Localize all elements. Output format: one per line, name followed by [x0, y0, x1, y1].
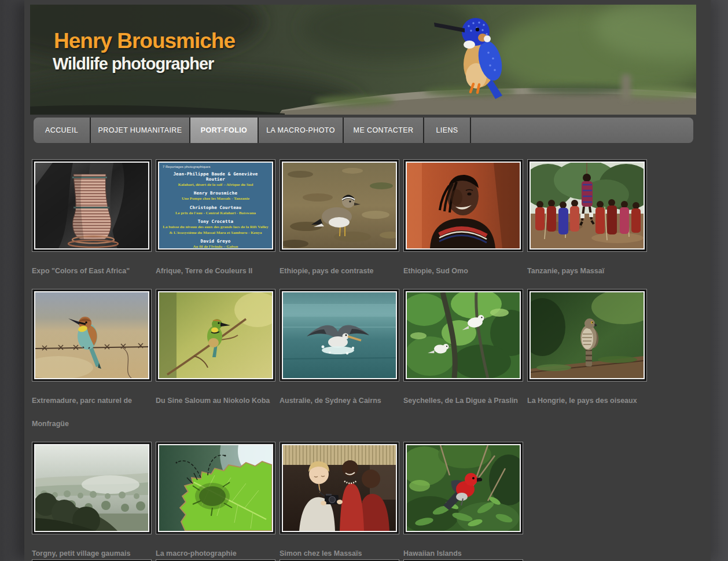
photo-omo-portrait: [407, 163, 520, 248]
expo-poster: 7 Reportages photographiques Jean-Philip…: [159, 163, 272, 248]
photo-white-doves: [407, 292, 520, 378]
thumbnail-sud-omo[interactable]: [403, 159, 523, 252]
poster-note: 7 Reportages photographiques: [163, 165, 269, 168]
poster-name: Jean-Philippe Baude & Geneviève Routier: [163, 171, 269, 182]
nav-item-macro-photo[interactable]: LA MACRO-PHOTO: [259, 118, 344, 143]
thumbnail-caption[interactable]: Tanzanie, pays Massaï: [527, 259, 657, 283]
thumbnail-seychelles[interactable]: [403, 289, 523, 382]
thumbnail-frame: [158, 291, 273, 379]
photo-hawk: [531, 292, 644, 378]
thumbnail-caption[interactable]: Torgny, petit village gaumais: [32, 542, 161, 561]
nav-item-accueil[interactable]: ACCUEIL: [34, 118, 91, 143]
thumbnail-frame: [34, 162, 149, 250]
thumbnail-caption[interactable]: Ethiopie, Sud Omo: [403, 259, 533, 283]
thumbnail-caption[interactable]: Ethiopie, pays de contraste: [280, 259, 409, 283]
portfolio-item-simon: Simon chez les Massaïs: [280, 442, 399, 561]
thumbnail-caption[interactable]: La Hongrie, le pays des oiseaux: [527, 389, 657, 412]
portfolio-item-torgny: Torgny, petit village gaumais: [32, 442, 152, 561]
thumbnail-afrique-couleurs[interactable]: 7 Reportages photographiques Jean-Philip…: [156, 159, 275, 252]
portfolio-item-expo-colors: Expo "Colors of East Africa": [32, 159, 152, 292]
portfolio-item-seychelles: Seychelles, de La Digue à Praslin: [403, 289, 523, 422]
portfolio-item-tanzanie-massai: Tanzanie, pays Massaï: [527, 159, 647, 292]
thumbnail-hawaiian[interactable]: [403, 442, 523, 534]
thumbnail-frame: [282, 291, 397, 379]
thumbnail-caption[interactable]: Du Sine Saloum au Niokolo Koba: [156, 389, 285, 412]
thumbnail-caption[interactable]: Extremadure, parc naturel de Monfragüe: [32, 389, 150, 435]
nav-item-projet-humanitaire[interactable]: PROJET HUMANITAIRE: [91, 118, 190, 143]
main-navigation: ACCUEIL PROJET HUMANITAIRE PORT-FOLIO LA…: [34, 118, 693, 143]
thumbnail-torgny[interactable]: [32, 442, 152, 534]
photo-massai-dance: [531, 163, 644, 248]
portfolio-item-hawaiian: Hawaiian Islands: [403, 442, 523, 561]
portfolio-item-hongrie: La Hongrie, le pays des oiseaux: [527, 289, 647, 422]
header-banner-photo: Henry Brousmiche Wildlife photographer: [30, 5, 696, 115]
photo-leaf-macro: [159, 445, 272, 531]
poster-detail: Le prix de l'eau - Central Kalahari - Bo…: [163, 211, 269, 216]
thumbnail-frame: [158, 444, 273, 532]
portfolio-item-extremadure: Extremadure, parc naturel de Monfragüe: [32, 289, 152, 422]
page-wrapper: Henry Brousmiche Wildlife photographer A…: [24, 0, 711, 561]
portfolio-item-afrique-couleurs: 7 Reportages photographiques Jean-Philip…: [156, 159, 275, 292]
thumbnail-expo-colors[interactable]: [32, 159, 152, 252]
thumbnail-frame: [406, 291, 521, 379]
portfolio-item-macro: La macro-photographie: [156, 442, 275, 561]
portfolio-item-sine-saloum: Du Sine Saloum au Niokolo Koba: [156, 289, 275, 422]
thumbnail-caption[interactable]: Afrique, Terre de Couleurs II: [156, 259, 285, 283]
poster-name: David Greyo: [163, 239, 269, 244]
thumbnail-caption[interactable]: Simon chez les Massaïs: [280, 542, 409, 561]
thumbnail-frame: [34, 444, 149, 532]
thumbnail-frame: [406, 162, 521, 250]
thumbnail-caption[interactable]: Hawaiian Islands: [403, 542, 533, 561]
thumbnail-frame: 7 Reportages photographiques Jean-Philip…: [158, 162, 273, 250]
poster-detail: Une Pompe chez les Massaïs - Tanzanie: [163, 196, 269, 201]
thumbnail-frame: [34, 291, 149, 379]
thumbnail-tanzanie-massai[interactable]: [527, 159, 647, 252]
photo-misty-village: [35, 445, 148, 531]
nav-item-me-contacter[interactable]: ME CONTACTER: [344, 118, 424, 143]
thumbnail-ethiopie-contraste[interactable]: [280, 159, 399, 252]
thumbnail-frame: [282, 444, 397, 532]
photo-beeeater-wire: [35, 292, 148, 378]
site-subtitle: Wildlife photographer: [53, 54, 214, 74]
thumbnail-frame: [530, 291, 645, 379]
poster-detail: Au fil de l'Ivindo – Gabon: [163, 244, 269, 248]
photo-kids-camera: [283, 445, 396, 531]
poster-name: Christophe Courteau: [163, 205, 269, 210]
nav-item-liens[interactable]: LIENS: [424, 118, 471, 143]
thumbnail-frame: [530, 162, 645, 250]
thumbnail-simon[interactable]: [280, 442, 399, 534]
poster-detail: Kalahari, désert de la soif – Afrique du…: [163, 182, 269, 188]
thumbnail-caption[interactable]: La macro-photographie: [156, 542, 285, 561]
poster-name: Henry Brousmiche: [163, 190, 269, 196]
poster-name: Tony Crocetta: [163, 219, 269, 224]
thumbnail-macro[interactable]: [156, 442, 275, 534]
thumbnail-hongrie[interactable]: [527, 289, 647, 382]
nav-filler: [471, 118, 693, 143]
thumbnail-frame: [282, 162, 397, 250]
thumbnail-caption[interactable]: Seychelles, de La Digue à Praslin: [403, 389, 533, 412]
thumbnail-frame: [406, 444, 521, 532]
thumbnail-australie[interactable]: [280, 289, 399, 382]
thumbnail-sine-saloum[interactable]: [156, 289, 275, 382]
poster-detail: La baisse du niveau des eaux des grands …: [163, 225, 269, 236]
photo-pelican-landing: [283, 292, 396, 378]
portfolio-item-australie: Australie, de Sydney à Cairns: [280, 289, 399, 422]
photo-red-bird: [407, 445, 520, 531]
portfolio-item-sud-omo: Ethiopie, Sud Omo: [403, 159, 523, 292]
thumbnail-caption[interactable]: Expo "Colors of East Africa": [32, 259, 161, 283]
photo-little-beeeater: [159, 292, 272, 378]
thumbnail-caption[interactable]: Australie, de Sydney à Cairns: [280, 389, 409, 412]
nav-item-portfolio[interactable]: PORT-FOLIO: [190, 118, 259, 143]
site-title: Henry Brousmiche: [54, 29, 235, 53]
thumbnail-extremadure[interactable]: [32, 289, 152, 382]
portfolio-item-ethiopie-contraste: Ethiopie, pays de contraste: [280, 159, 399, 292]
photo-copper-coil: [35, 163, 148, 248]
photo-plover-bird: [283, 163, 396, 248]
